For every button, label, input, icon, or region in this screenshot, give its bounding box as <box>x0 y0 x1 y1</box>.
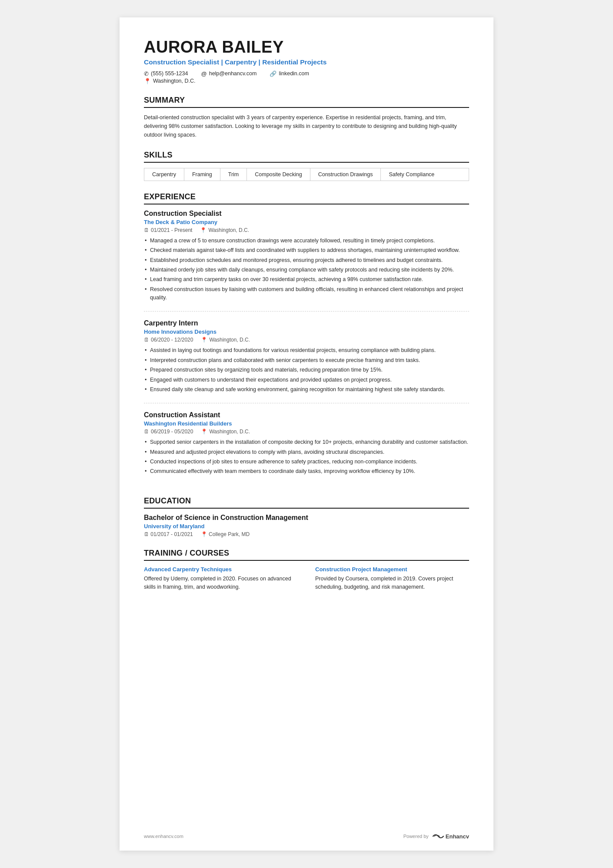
edu-location: 📍 College Park, MD <box>201 531 250 537</box>
edu-date: 🗓 01/2017 - 01/2021 <box>144 531 193 537</box>
footer-powered-by: Powered by Enhancv <box>403 832 469 840</box>
company-name: Home Innovations Designs <box>144 328 469 335</box>
summary-text: Detail-oriented construction specialist … <box>144 113 469 139</box>
experience-entry: Construction Assistant Washington Reside… <box>144 411 469 485</box>
calendar-icon: 🗓 <box>144 531 149 537</box>
education-entry: Bachelor of Science in Construction Mana… <box>144 514 469 537</box>
bullet-item: Interpreted construction plans and colla… <box>144 356 469 365</box>
bullet-item: Assisted in laying out footings and foun… <box>144 346 469 355</box>
location-contact: 📍 Washington, D.C. <box>144 78 196 84</box>
location-value: Washington, D.C. <box>153 78 196 84</box>
exp-bullets: Supported senior carpenters in the insta… <box>144 438 469 476</box>
skill-item: Safety Compliance <box>381 168 442 181</box>
training-title: TRAINING / COURSES <box>144 549 469 561</box>
skills-list: CarpentryFramingTrimComposite DeckingCon… <box>144 168 469 181</box>
bullet-item: Prepared construction sites by organizin… <box>144 366 469 374</box>
company-name: Washington Residential Builders <box>144 420 469 427</box>
calendar-icon: 🗓 <box>144 429 149 435</box>
experience-title: EXPERIENCE <box>144 192 469 204</box>
bullet-item: Established production schedules and mon… <box>144 256 469 265</box>
job-title: Carpentry Intern <box>144 319 469 327</box>
location-row: 📍 Washington, D.C. <box>144 78 469 84</box>
training-title: Construction Project Management <box>315 566 469 573</box>
training-title: Advanced Carpentry Techniques <box>144 566 298 573</box>
experience-entries: Construction Specialist The Deck & Patio… <box>144 210 469 485</box>
exp-bullets: Managed a crew of 5 to ensure constructi… <box>144 237 469 302</box>
exp-bullets: Assisted in laying out footings and foun… <box>144 346 469 394</box>
training-text: Offered by Udemy, completed in 2020. Foc… <box>144 575 298 592</box>
bullet-item: Conducted inspections of job sites to en… <box>144 458 469 466</box>
calendar-icon: 🗓 <box>144 227 149 233</box>
bullet-item: Supported senior carpenters in the insta… <box>144 438 469 446</box>
location-icon: 📍 <box>201 531 207 537</box>
footer-url: www.enhancv.com <box>144 834 183 839</box>
candidate-title: Construction Specialist | Carpentry | Re… <box>144 58 469 66</box>
linkedin-contact: 🔗 linkedin.com <box>270 70 309 77</box>
enhancv-logo: Enhancv <box>431 832 469 840</box>
exp-meta: 🗓 01/2021 - Present 📍 Washington, D.C. <box>144 227 469 233</box>
education-section: EDUCATION Bachelor of Science in Constru… <box>144 496 469 537</box>
email-icon: @ <box>201 70 207 77</box>
training-text: Provided by Coursera, completed in 2019.… <box>315 575 469 592</box>
bullet-item: Communicated effectively with team membe… <box>144 467 469 476</box>
location-icon: 📍 <box>200 227 207 233</box>
resume-page: AURORA BAILEY Construction Specialist | … <box>120 17 493 851</box>
phone-icon: ✆ <box>144 70 149 77</box>
experience-entry: Construction Specialist The Deck & Patio… <box>144 210 469 312</box>
edu-meta: 🗓 01/2017 - 01/2021 📍 College Park, MD <box>144 531 469 537</box>
linkedin-value: linkedin.com <box>279 70 309 77</box>
calendar-icon: 🗓 <box>144 337 149 343</box>
location-icon: 📍 <box>201 429 207 435</box>
skill-item: Construction Drawings <box>310 168 381 181</box>
summary-title: SUMMARY <box>144 96 469 108</box>
bullet-item: Lead framing and trim carpentry tasks on… <box>144 275 469 284</box>
location-icon: 📍 <box>201 337 207 343</box>
skill-item: Composite Decking <box>247 168 310 181</box>
education-title: EDUCATION <box>144 496 469 509</box>
exp-date: 🗓 06/2019 - 05/2020 <box>144 429 193 435</box>
enhancv-logo-svg <box>431 832 444 840</box>
exp-location: 📍 Washington, D.C. <box>201 429 250 435</box>
bullet-item: Ensured daily site cleanup and safe work… <box>144 385 469 394</box>
skill-item: Framing <box>184 168 220 181</box>
header-section: AURORA BAILEY Construction Specialist | … <box>144 38 469 84</box>
summary-section: SUMMARY Detail-oriented construction spe… <box>144 96 469 139</box>
location-icon: 📍 <box>144 78 151 84</box>
bullet-item: Measured and adjusted project elevations… <box>144 448 469 456</box>
contact-info: ✆ (555) 555-1234 @ help@enhancv.com 🔗 li… <box>144 70 469 77</box>
email-contact: @ help@enhancv.com <box>201 70 257 77</box>
skill-item: Carpentry <box>144 168 184 181</box>
exp-meta: 🗓 06/2019 - 05/2020 📍 Washington, D.C. <box>144 429 469 435</box>
experience-section: EXPERIENCE Construction Specialist The D… <box>144 192 469 485</box>
company-name: The Deck & Patio Company <box>144 219 469 225</box>
bullet-item: Checked materials against take-off lists… <box>144 246 469 255</box>
exp-location: 📍 Washington, D.C. <box>201 337 250 343</box>
training-grid: Advanced Carpentry Techniques Offered by… <box>144 566 469 592</box>
email-value: help@enhancv.com <box>209 70 257 77</box>
candidate-name: AURORA BAILEY <box>144 38 469 57</box>
job-title: Construction Assistant <box>144 411 469 419</box>
experience-entry: Carpentry Intern Home Innovations Design… <box>144 319 469 403</box>
training-section: TRAINING / COURSES Advanced Carpentry Te… <box>144 549 469 592</box>
phone-value: (555) 555-1234 <box>151 70 188 77</box>
skill-item: Trim <box>220 168 247 181</box>
training-item: Construction Project Management Provided… <box>315 566 469 592</box>
exp-location: 📍 Washington, D.C. <box>200 227 249 233</box>
powered-by-label: Powered by <box>403 834 429 839</box>
bullet-item: Resolved construction issues by liaising… <box>144 285 469 302</box>
job-title: Construction Specialist <box>144 210 469 218</box>
training-item: Advanced Carpentry Techniques Offered by… <box>144 566 298 592</box>
phone-contact: ✆ (555) 555-1234 <box>144 70 188 77</box>
bullet-item: Maintained orderly job sites with daily … <box>144 266 469 274</box>
exp-meta: 🗓 06/2020 - 12/2020 📍 Washington, D.C. <box>144 337 469 343</box>
page-footer: www.enhancv.com Powered by Enhancv <box>144 832 469 840</box>
edu-school: University of Maryland <box>144 523 469 530</box>
exp-date: 🗓 06/2020 - 12/2020 <box>144 337 193 343</box>
edu-degree: Bachelor of Science in Construction Mana… <box>144 514 469 522</box>
skills-title: SKILLS <box>144 151 469 163</box>
bullet-item: Managed a crew of 5 to ensure constructi… <box>144 237 469 245</box>
enhancv-brand: Enhancv <box>446 833 469 840</box>
skills-section: SKILLS CarpentryFramingTrimComposite Dec… <box>144 151 469 181</box>
exp-date: 🗓 01/2021 - Present <box>144 227 192 233</box>
education-entries: Bachelor of Science in Construction Mana… <box>144 514 469 537</box>
